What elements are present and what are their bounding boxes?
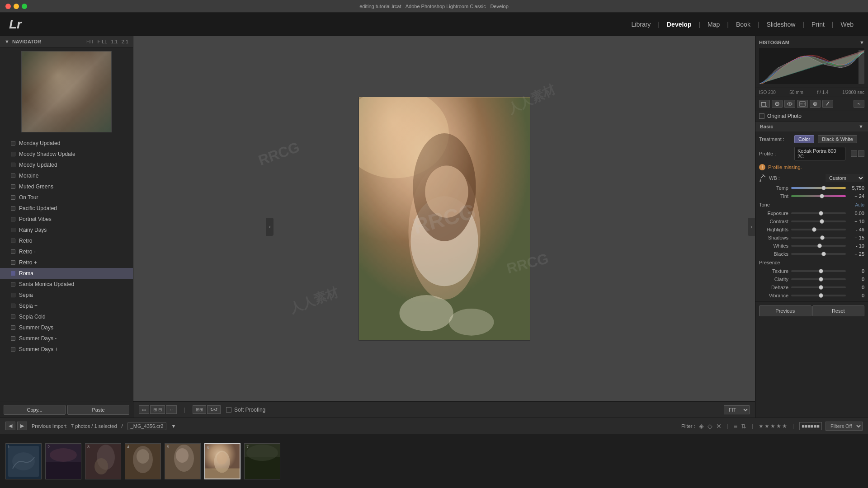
filter-flag-icon[interactable]: ◇	[708, 422, 712, 430]
left-panel-collapse-icon[interactable]: ‹	[266, 218, 274, 236]
ratio-2-btn[interactable]: 2:1	[122, 39, 128, 44]
nav-map[interactable]: Map	[702, 18, 725, 31]
crop-icon[interactable]	[759, 100, 770, 108]
maximize-btn[interactable]	[22, 4, 27, 9]
list-item[interactable]: Moody Updated	[0, 160, 133, 170]
list-item[interactable]: Retro -	[0, 246, 133, 257]
zoom-dropdown[interactable]: FIT FILL 1:1	[724, 405, 750, 414]
film-thumb-5[interactable]: 5	[165, 443, 201, 479]
nav-book[interactable]: Book	[731, 18, 756, 31]
red-eye-icon[interactable]	[784, 100, 795, 108]
film-thumb-6-selected[interactable]: 6	[204, 443, 241, 479]
film-thumb-2[interactable]: 2	[45, 443, 81, 479]
grid-view-btn[interactable]: ⊞ ⊟	[150, 405, 165, 414]
healing-icon[interactable]	[772, 100, 783, 108]
previous-button[interactable]: Previous	[759, 305, 811, 316]
star-5[interactable]: ★	[782, 423, 787, 429]
contrast-slider[interactable]	[791, 221, 846, 222]
highlights-slider[interactable]	[791, 229, 846, 230]
fit-btn[interactable]: FIT	[86, 39, 94, 44]
highlights-thumb[interactable]	[812, 227, 816, 232]
list-item[interactable]: Portrait Vibes	[0, 214, 133, 225]
whites-slider[interactable]	[791, 245, 846, 247]
film-thumb-4[interactable]: 4	[125, 443, 161, 479]
list-item[interactable]: Santa Monica Updated	[0, 279, 133, 290]
next-arrow-btn[interactable]: ▶	[17, 422, 27, 430]
star-1[interactable]: ★	[759, 423, 764, 429]
minimize-btn[interactable]	[14, 4, 19, 9]
texture-thumb[interactable]	[819, 269, 823, 273]
clarity-slider[interactable]	[791, 278, 846, 280]
film-thumb-7[interactable]: 7	[244, 443, 280, 479]
collapse-triangle-icon[interactable]: ▼	[5, 39, 9, 44]
original-photo-checkbox[interactable]	[759, 113, 764, 119]
shadows-slider[interactable]	[791, 237, 846, 239]
list-item[interactable]: Summer Days	[0, 322, 133, 333]
profile-list-icon[interactable]	[858, 150, 864, 157]
list-item[interactable]: Sepia Cold	[0, 311, 133, 322]
list-item[interactable]: Rainy Days	[0, 225, 133, 235]
dehaze-thumb[interactable]	[819, 285, 823, 290]
adjustment-brush-icon[interactable]	[822, 100, 833, 108]
histogram-expand-icon[interactable]: ▼	[859, 40, 864, 45]
soft-proof-checkbox[interactable]	[226, 407, 231, 413]
list-item[interactable]: Pacific Updated	[0, 203, 133, 214]
tint-thumb[interactable]	[820, 194, 824, 198]
exposure-thumb[interactable]	[819, 211, 823, 216]
shadows-thumb[interactable]	[820, 235, 825, 240]
list-item[interactable]: Moraine	[0, 170, 133, 181]
bw-btn[interactable]: Black & White	[818, 135, 857, 143]
clarity-thumb[interactable]	[819, 277, 823, 282]
blacks-slider[interactable]	[791, 253, 846, 255]
gradient-filter-icon[interactable]	[797, 100, 808, 108]
copy-button[interactable]: Copy...	[4, 405, 66, 415]
nav-library[interactable]: Library	[626, 18, 656, 31]
color-btn[interactable]: Color	[794, 135, 814, 143]
whites-thumb[interactable]	[817, 244, 822, 248]
vibrance-slider[interactable]	[791, 295, 846, 296]
list-item[interactable]: Summer Days -	[0, 333, 133, 344]
wb-dropdown[interactable]: Custom As Shot Auto Daylight Cloudy Shad…	[826, 174, 864, 182]
zoom-btn[interactable]: ⊞⊞	[193, 405, 206, 414]
contrast-thumb[interactable]	[820, 219, 824, 224]
list-item[interactable]: Retro	[0, 235, 133, 246]
film-thumb-1[interactable]: 1	[5, 443, 42, 479]
filter-reject-icon[interactable]: ✕	[716, 422, 722, 430]
reset-button[interactable]: Reset	[812, 305, 865, 316]
temp-slider[interactable]	[791, 187, 846, 189]
list-item[interactable]: On Tour	[0, 192, 133, 203]
rotation-btn[interactable]: ↻↺	[207, 405, 221, 414]
list-item[interactable]: Summer Days +	[0, 344, 133, 355]
preset-list[interactable]: Monday Updated Moody Shadow Update Moody…	[0, 136, 133, 402]
paste-button[interactable]: Paste	[67, 405, 129, 415]
tint-slider[interactable]	[791, 195, 846, 197]
nav-web[interactable]: Web	[835, 18, 859, 31]
filename-badge[interactable]: _MG_4356.cr2	[127, 422, 167, 430]
right-panel-collapse-icon[interactable]: ›	[748, 218, 755, 236]
film-thumb-3[interactable]: 3	[85, 443, 121, 479]
texture-slider[interactable]	[791, 270, 846, 272]
tone-auto-btn[interactable]: Auto	[855, 202, 864, 207]
tone-curve-icon[interactable]: ~	[854, 100, 864, 108]
blacks-thumb[interactable]	[821, 252, 826, 256]
ratio-1-btn[interactable]: 1:1	[111, 39, 118, 44]
star-4[interactable]: ★	[776, 423, 781, 429]
nav-slideshow[interactable]: Slideshow	[761, 18, 801, 31]
temp-thumb[interactable]	[821, 186, 826, 190]
radial-filter-icon[interactable]	[810, 100, 821, 108]
single-view-btn[interactable]: ▭	[139, 405, 149, 414]
compare-view-btn[interactable]: ↔	[166, 405, 177, 414]
basic-section-header[interactable]: Basic ▼	[755, 122, 868, 131]
color-filter-btn[interactable]: ■■■■■■	[799, 422, 822, 430]
filter-sort-icon[interactable]: ⇅	[741, 422, 746, 430]
filter-grid-icon[interactable]: ≡	[734, 422, 737, 430]
dehaze-slider[interactable]	[791, 286, 846, 288]
nav-develop[interactable]: Develop	[661, 18, 697, 31]
list-item[interactable]: Retro +	[0, 257, 133, 268]
list-item[interactable]: Sepia	[0, 290, 133, 300]
vibrance-thumb[interactable]	[819, 293, 823, 298]
nav-print[interactable]: Print	[806, 18, 830, 31]
list-item[interactable]: Muted Greens	[0, 181, 133, 192]
list-item[interactable]: Sepia +	[0, 300, 133, 311]
fill-btn[interactable]: FILL	[97, 39, 107, 44]
